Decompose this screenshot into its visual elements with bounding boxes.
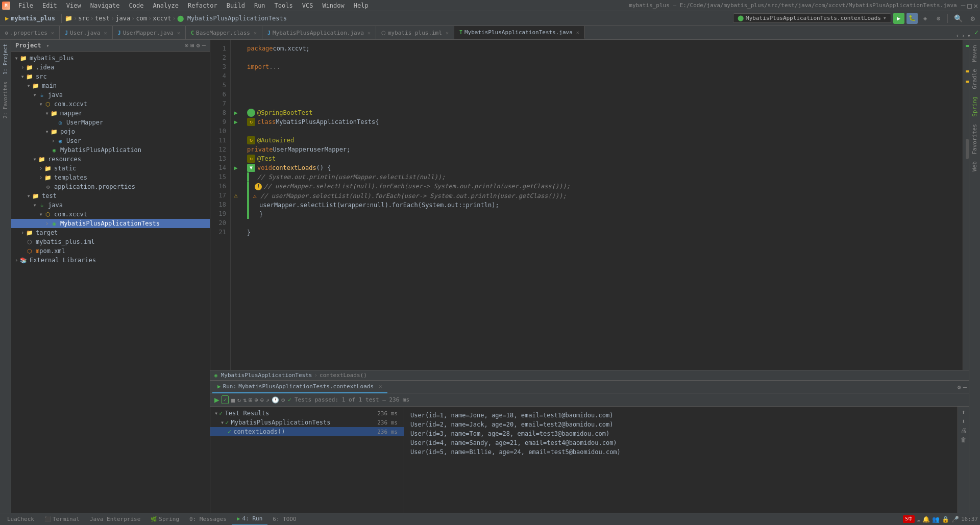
run-tree-context-loads[interactable]: ✓ contextLoads() 236 ms — [210, 427, 404, 436]
run-panel-btn-3[interactable]: 🖨 — [961, 427, 967, 434]
bottom-tab-terminal[interactable]: ⬛ Terminal — [39, 513, 85, 526]
tab-menu-btn[interactable]: ▾ — [967, 32, 971, 39]
project-dropdown-arrow[interactable]: ▾ — [46, 43, 50, 48]
run-config-edit-btn[interactable]: ⚙ — [281, 396, 285, 404]
maximize-btn[interactable]: □ — [967, 2, 971, 10]
bottom-tab-run[interactable]: ▶ 4: Run — [232, 513, 267, 526]
close-btn[interactable]: ✕ — [974, 2, 978, 10]
tree-idea[interactable]: › 📁 .idea — [11, 63, 210, 72]
bottom-tab-luacheck[interactable]: LuaCheck — [2, 513, 39, 526]
run-settings-btn[interactable]: ⚙ — [958, 384, 961, 391]
bc-method[interactable]: contextLoads() — [320, 372, 367, 379]
menu-vcs[interactable]: VCS — [298, 1, 317, 10]
project-action-expand[interactable]: ⊞ — [190, 42, 194, 49]
gradle-icon[interactable]: Gradle — [970, 66, 979, 92]
coverage-button[interactable]: ◈ — [920, 13, 931, 24]
menu-run[interactable]: Run — [250, 1, 270, 10]
gutter-run-9[interactable]: ▶ — [231, 117, 241, 127]
minimize-btn[interactable]: ─ — [961, 2, 965, 10]
tree-resources[interactable]: ▾ 📁 resources — [11, 155, 210, 164]
run-panel-btn-2[interactable]: ⬇ — [962, 418, 965, 425]
tab-basemapper-class[interactable]: C BaseMapper.class ✕ — [186, 26, 262, 39]
project-action-sync[interactable]: ⊙ — [185, 42, 188, 49]
tab-tests-java[interactable]: T MybatisPlusApplicationTests.java ✕ — [454, 26, 585, 39]
menu-window[interactable]: Window — [318, 1, 348, 10]
menu-build[interactable]: Build — [223, 1, 249, 10]
menu-code[interactable]: Code — [125, 1, 148, 10]
bc-src-text[interactable]: src — [78, 15, 89, 22]
tree-static[interactable]: › 📁 static — [11, 164, 210, 173]
bc-file[interactable]: ⬤ MybatisPlusApplicationTests — [177, 15, 287, 22]
menu-refactor[interactable]: Refactor — [184, 1, 222, 10]
tab-usermapper-java-close[interactable]: ✕ — [177, 30, 180, 36]
bc-src[interactable]: 📁 — [65, 15, 72, 22]
run-panel-btn-4[interactable]: 🗑 — [961, 436, 967, 443]
tab-scroll-left[interactable]: ‹ — [955, 32, 959, 39]
run-tree-app-tests[interactable]: ▾ ✓ MybatisPlusApplicationTests 236 ms — [210, 418, 404, 427]
run-rerun-failed-btn[interactable]: ↻ — [237, 396, 241, 404]
project-action-settings[interactable]: ⚙ — [197, 42, 200, 49]
tree-src[interactable]: ▾ 📁 src — [11, 72, 210, 81]
tab-user-java[interactable]: J User.java ✕ — [60, 26, 113, 39]
tab-properties[interactable]: ⚙ .properties ✕ — [0, 26, 60, 39]
bottom-tab-todo[interactable]: 6: TODO — [267, 513, 301, 526]
tree-templates[interactable]: › 📁 templates — [11, 173, 210, 182]
bottom-tab-java-enterprise[interactable]: Java Enterprise — [85, 513, 145, 526]
bc-java[interactable]: java — [115, 15, 130, 22]
tree-java-main[interactable]: ▾ ☕ java — [11, 90, 210, 99]
bottom-tab-spring[interactable]: 🌿 Spring — [145, 513, 184, 526]
tree-test-folder[interactable]: ▾ 📁 test — [11, 191, 210, 201]
code-content[interactable]: package com.xccvt; import ... @SpringBoo… — [241, 40, 963, 370]
run-collapse-btn[interactable]: ⊖ — [260, 396, 264, 404]
run-stop-btn[interactable]: ◼ — [231, 396, 235, 404]
run-export-btn[interactable]: ↗ — [266, 396, 270, 404]
tree-usermapper[interactable]: ◎ UserMapper — [11, 118, 210, 127]
tree-ext-libs[interactable]: › 📚 External Libraries — [11, 256, 210, 265]
run-tab-close[interactable]: ✕ — [379, 383, 382, 390]
tab-app-java-close[interactable]: ✕ — [368, 30, 371, 36]
tab-usermapper-java[interactable]: J UserMapper.java ✕ — [113, 26, 186, 39]
menu-navigate[interactable]: Navigate — [86, 1, 124, 10]
tree-main[interactable]: ▾ 📁 main — [11, 81, 210, 90]
gutter-run-8[interactable]: ▶ — [231, 108, 241, 117]
bc-com[interactable]: com — [136, 15, 147, 22]
run-check-btn[interactable]: ✓ — [222, 395, 229, 404]
tab-user-java-close[interactable]: ✕ — [104, 30, 107, 36]
tab-basemapper-class-close[interactable]: ✕ — [254, 30, 257, 36]
menu-edit[interactable]: Edit — [38, 1, 61, 10]
menu-view[interactable]: View — [62, 1, 85, 10]
web-icon[interactable]: Web — [970, 158, 979, 174]
menu-tools[interactable]: Tools — [271, 1, 297, 10]
maven-icon[interactable]: Maven — [970, 42, 979, 65]
run-expand-btn[interactable]: ⊕ — [254, 396, 258, 404]
project-action-hide[interactable]: – — [202, 42, 206, 49]
tree-root-mybatis-plus[interactable]: ▾ 📁 mybatis_plus — [11, 54, 210, 63]
tree-mapper[interactable]: ▾ 📁 mapper — [11, 109, 210, 118]
tab-app-java[interactable]: J MybatisPlusApplication.java ✕ — [262, 26, 376, 39]
tree-tests-class[interactable]: › ◉ MybatisPlusApplicationTests — [11, 219, 210, 228]
tree-pojo[interactable]: ▾ 📁 pojo — [11, 127, 210, 136]
run-tree-test-results[interactable]: ▾ ✓ Test Results 236 ms — [210, 409, 404, 418]
favorites-right-icon[interactable]: Favorites — [970, 121, 979, 158]
run-sort-btn[interactable]: ⇅ — [243, 396, 247, 404]
debug-button[interactable]: 🐛 — [906, 13, 918, 24]
project-tool-btn[interactable]: 1: Project — [2, 42, 9, 77]
tree-java-test[interactable]: ▾ ☕ java — [11, 201, 210, 210]
tree-pom-xml[interactable]: ⬡ m pom.xml — [11, 246, 210, 256]
build-button[interactable]: ⚙ — [933, 13, 944, 24]
tree-app-props[interactable]: ⚙ application.properties — [11, 182, 210, 191]
favorites-tool-btn[interactable]: 2: Favorites — [2, 80, 9, 120]
run-history-btn[interactable]: 🕐 — [272, 396, 279, 404]
menu-analyze[interactable]: Analyze — [149, 1, 183, 10]
tab-iml[interactable]: ⬡ mybatis_plus.iml ✕ — [376, 26, 454, 39]
run-tab-run[interactable]: ▶ Run: MybatisPlusApplicationTests.conte… — [212, 381, 387, 393]
run-panel-btn-1[interactable]: ⬆ — [962, 409, 965, 416]
run-again-btn[interactable]: ▶ — [214, 395, 219, 405]
spring-icon[interactable]: Spring — [970, 93, 979, 120]
settings-btn[interactable]: ⚙ — [968, 13, 978, 23]
bc-xccvt[interactable]: xccvt — [153, 15, 171, 22]
tree-iml-file[interactable]: ⬡ mybatis_plus.iml — [11, 237, 210, 246]
tree-app-class[interactable]: ◉ MybatisPlusApplication — [11, 145, 210, 155]
run-hide-btn[interactable]: – — [963, 384, 967, 391]
gutter-run-14[interactable]: ▶ — [231, 163, 241, 172]
